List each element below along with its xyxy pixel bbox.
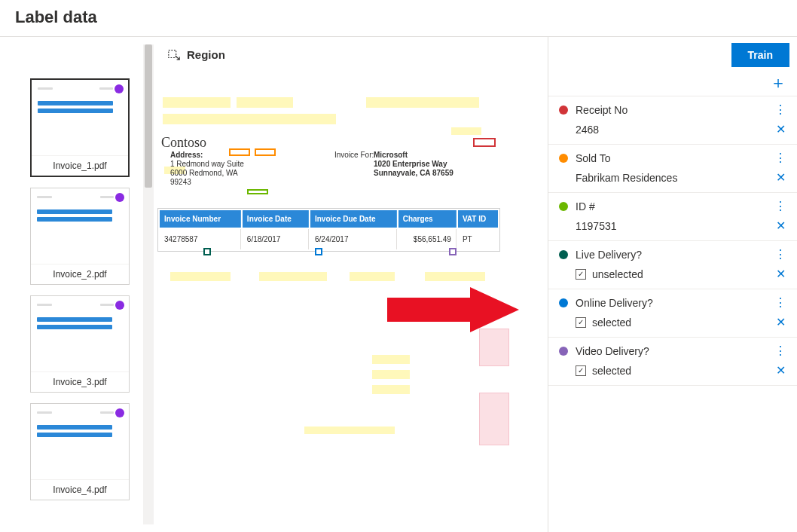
table-cell: 6/18/2017 [243,229,309,249]
table-header: VAT ID [458,210,498,228]
region-box[interactable] [479,393,509,445]
file-thumb[interactable]: Invoice_3.pdf [30,295,130,393]
doc-invoice-for-label: Invoice For: [334,150,374,161]
field-menu-icon[interactable]: ⋮ [774,104,786,116]
field-color-dot [559,298,568,307]
clear-value-icon[interactable]: ✕ [774,170,786,185]
file-name: Invoice_4.pdf [31,479,129,500]
table-cell: $56,651.49 [398,229,457,249]
checkbox-icon: ✓ [576,365,586,376]
label-field: Video Delivery? ⋮ ✓ selected ✕ [548,338,797,386]
file-thumb[interactable]: Invoice_2.pdf [30,188,130,285]
label-field: ID # ⋮ 1197531 ✕ [548,193,797,241]
field-name[interactable]: Sold To [576,152,767,164]
file-list: Invoice_1.pdf Invoice_2.pdf [0,37,143,532]
table-header: Invoice Due Date [310,210,397,228]
field-name[interactable]: ID # [576,200,767,212]
file-name: Invoice_3.pdf [31,371,129,392]
field-color-dot [559,105,568,115]
field-color-dot [559,347,568,356]
document-canvas[interactable]: Contoso Address: 1 Redmond way Suite 600… [154,69,548,532]
svg-rect-0 [169,50,176,58]
label-panel: Train ＋ Receipt No ⋮ 2468 ✕ [548,37,797,532]
field-value: unselected [592,268,768,280]
field-menu-icon[interactable]: ⋮ [774,152,786,164]
labeled-dot-icon [115,193,124,202]
field-menu-icon[interactable]: ⋮ [774,249,786,261]
label-field: Sold To ⋮ Fabrikam Residences ✕ [548,145,797,193]
file-name: Invoice_1.pdf [32,155,128,176]
field-value: 1197531 [576,220,768,232]
selection-marker [449,248,457,255]
file-thumb[interactable]: Invoice_1.pdf [30,78,130,177]
annotation-arrow-icon [387,287,523,332]
doc-invoice-for-line: Sunnayvale, CA 87659 [374,168,453,179]
region-icon [167,47,181,61]
train-button[interactable]: Train [731,43,789,67]
field-color-dot [559,250,568,259]
field-name[interactable]: Receipt No [576,104,767,116]
table-header: Charges [398,210,457,228]
checkbox-icon: ✓ [576,317,586,328]
doc-company: Contoso [161,135,206,151]
field-color-dot [559,202,568,211]
field-value: selected [592,316,768,329]
field-name[interactable]: Live Delivery? [576,249,767,261]
file-list-scrollbar[interactable] [143,44,154,524]
clear-value-icon[interactable]: ✕ [774,122,786,136]
field-value: selected [592,365,768,377]
selection-marker [203,248,211,255]
checkbox-icon: ✓ [576,269,586,280]
file-name: Invoice_2.pdf [31,264,129,284]
label-field: Receipt No ⋮ 2468 ✕ [548,96,797,145]
label-field: Live Delivery? ⋮ ✓ unselected ✕ [548,241,797,289]
labeled-dot-icon [115,408,124,417]
table-cell: PT [458,229,498,249]
table-header: Invoice Date [243,210,309,228]
region-box[interactable] [479,329,509,366]
field-value: 2468 [576,124,768,136]
clear-value-icon[interactable]: ✕ [774,363,786,378]
table-cell: 34278587 [160,229,241,249]
invoice-table: Invoice Number Invoice Date Invoice Due … [157,208,500,252]
region-tool-label[interactable]: Region [187,48,225,61]
field-menu-icon[interactable]: ⋮ [774,297,786,309]
clear-value-icon[interactable]: ✕ [774,267,786,281]
labeled-dot-icon [115,84,124,93]
canvas-toolbar: Region [154,37,548,69]
clear-value-icon[interactable]: ✕ [774,315,786,329]
add-label-icon[interactable]: ＋ [770,75,786,91]
field-menu-icon[interactable]: ⋮ [774,345,786,357]
file-thumb[interactable]: Invoice_4.pdf [30,403,130,500]
field-value: Fabrikam Residences [576,172,768,184]
selection-marker [315,248,322,255]
table-cell: 6/24/2017 [310,229,397,249]
svg-marker-1 [387,287,519,332]
table-header: Invoice Number [160,210,241,228]
page-title: Label data [0,0,797,37]
doc-address-line: 99243 [170,177,191,188]
labeled-dot-icon [115,301,124,310]
field-name[interactable]: Online Delivery? [576,297,767,309]
field-name[interactable]: Video Delivery? [576,345,767,357]
field-menu-icon[interactable]: ⋮ [774,200,786,212]
clear-value-icon[interactable]: ✕ [774,219,786,233]
field-color-dot [559,154,568,163]
label-field: Online Delivery? ⋮ ✓ selected ✕ [548,289,797,338]
